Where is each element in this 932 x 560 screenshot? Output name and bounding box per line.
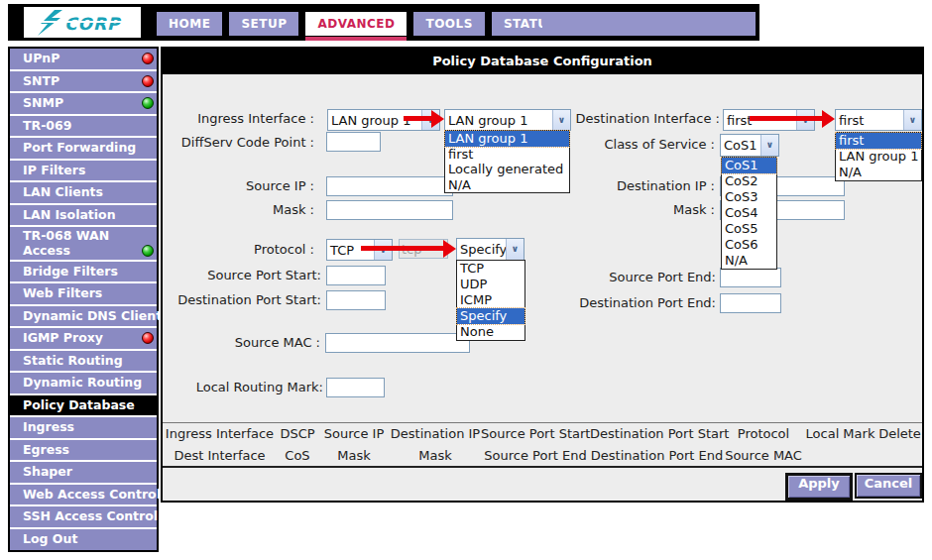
status-dot [142, 75, 154, 87]
dropdown-option[interactable]: UDP [457, 277, 524, 292]
sidebar-item[interactable]: SSH Access Control [10, 506, 157, 529]
diffserv-input[interactable] [326, 132, 381, 152]
source-ip-input[interactable] [326, 176, 453, 196]
table-header-cell: Mask [318, 448, 390, 463]
dropdown-option[interactable]: LAN group 1 [445, 131, 569, 147]
source-port-start-input[interactable] [326, 266, 386, 285]
dropdown-option[interactable]: CoS1 [722, 158, 776, 173]
local-routing-mark-label: Local Routing Mark: [196, 380, 323, 394]
chevron-down-icon[interactable]: ∨ [903, 110, 921, 130]
page-title: Policy Database Configuration [163, 49, 922, 74]
nav-tab[interactable]: SETUP [229, 12, 298, 36]
dropdown-option[interactable]: LAN group 1 [836, 149, 921, 165]
sidebar-item-label: Dynamic Routing [23, 375, 142, 390]
nav-tab[interactable]: ADVANCED [305, 12, 407, 36]
sidebar-item[interactable]: LAN Clients [10, 182, 157, 205]
sidebar-item[interactable]: LAN Isolation [10, 205, 157, 228]
source-mask-input[interactable] [326, 200, 453, 220]
table-header-cell: Source IP [318, 426, 390, 441]
sidebar-item-label: Web Filters [23, 285, 102, 300]
ingress-interface-label: Ingress Interface : [197, 111, 314, 126]
chevron-down-icon[interactable]: ∨ [760, 135, 778, 156]
sidebar-item[interactable]: IGMP Proxy [10, 328, 157, 351]
table-divider-bottom [163, 466, 922, 468]
sidebar-item-label: Dynamic DNS Client [23, 308, 162, 323]
sidebar-item[interactable]: UPnP [10, 49, 157, 71]
status-dot [142, 97, 154, 109]
sidebar-item[interactable]: TR-068 WAN Access [10, 227, 157, 262]
cancel-button[interactable]: Cancel [855, 473, 922, 499]
class-of-service-select-value: CoS1 [721, 138, 760, 153]
destination-interface-label: Destination Interface : [576, 111, 720, 126]
sidebar-item[interactable]: Shaper [10, 462, 157, 485]
sidebar-item[interactable]: Log Out [10, 529, 157, 550]
sidebar-item[interactable]: Dynamic Routing [10, 373, 157, 395]
nav-tab[interactable]: HOME [157, 12, 222, 36]
table-header-cell: Source Port Start [481, 426, 590, 441]
dropdown-option[interactable]: TCP [457, 261, 524, 277]
dropdown-option[interactable]: first [445, 147, 569, 163]
sidebar-item[interactable]: TR-069 [10, 116, 157, 139]
sidebar-item[interactable]: Egress [10, 440, 157, 463]
source-port-end-input[interactable] [720, 268, 781, 287]
table-header-cell: CoS [277, 448, 318, 463]
table-header-cell: Mask [390, 448, 481, 463]
sidebar-item[interactable]: Web Access Control [10, 485, 157, 507]
status-dot [142, 53, 154, 64]
sidebar-item[interactable]: Dynamic DNS Client [10, 306, 157, 329]
protocol-label: Protocol : [254, 242, 314, 257]
sidebar-item[interactable]: SNMP [10, 93, 157, 116]
dropdown-option[interactable]: None [457, 324, 524, 340]
source-mac-input[interactable] [325, 333, 470, 353]
nav-tab[interactable]: TOOLS [413, 12, 484, 36]
ingress-interface-open-combo[interactable]: LAN group 1 ∨ [444, 109, 571, 131]
dest-port-end-label: Destination Port End: [579, 295, 716, 310]
sidebar-item-label: Log Out [23, 531, 77, 546]
sidebar-item[interactable]: SNTP [10, 71, 157, 94]
destination-interface-open-combo[interactable]: first ∨ [835, 109, 922, 131]
destination-interface-dropdown-list: first LAN group 1 N/A [835, 132, 922, 181]
dest-port-start-input[interactable] [326, 290, 386, 310]
ingress-interface-dropdown-list: LAN group 1 first Locally generated N/A [444, 130, 570, 193]
dropdown-option[interactable]: Specify [457, 308, 524, 324]
dropdown-option[interactable]: N/A [445, 177, 569, 193]
sidebar-item-label: SNMP [23, 95, 63, 110]
red-arrow-annotation-ingress [404, 116, 431, 121]
chevron-down-icon[interactable]: ∨ [506, 239, 524, 260]
dropdown-option[interactable]: N/A [722, 253, 776, 269]
status-dot [142, 245, 154, 257]
dropdown-option[interactable]: Locally generated [445, 162, 569, 177]
table-header-row-2: Dest InterfaceCoSMaskMaskSource Port End… [163, 448, 922, 463]
table-header-cell: Destination IP [390, 426, 481, 441]
dropdown-option[interactable]: CoS5 [722, 221, 776, 237]
dest-port-end-input[interactable] [720, 293, 781, 313]
sidebar-item[interactable]: Ingress [10, 417, 157, 440]
sidebar-item-label: Egress [23, 442, 69, 457]
red-arrow-annotation-destination [750, 116, 822, 121]
sidebar-item[interactable]: Web Filters [10, 283, 157, 306]
dropdown-option[interactable]: CoS4 [722, 205, 776, 221]
policy-database-panel: Policy Database Configuration Ingress In… [161, 47, 924, 503]
red-arrow-annotation-protocol [361, 246, 443, 251]
dropdown-option[interactable]: CoS3 [722, 189, 776, 205]
sidebar-item[interactable]: Policy Database [10, 395, 157, 418]
nav-filler-bar [542, 12, 756, 36]
destination-mask-label: Mask : [673, 202, 715, 217]
chevron-down-icon[interactable]: ∨ [552, 110, 570, 130]
protocol-specify-select[interactable]: Specify ∨ [456, 238, 524, 261]
sidebar-item-label: Shaper [23, 464, 72, 479]
sidebar-item-label: LAN Isolation [23, 207, 116, 222]
sidebar-item[interactable]: Static Routing [10, 351, 157, 374]
dest-port-start-label: Destination Port Start: [177, 292, 321, 307]
local-routing-mark-input[interactable] [326, 378, 385, 397]
dropdown-option[interactable]: CoS6 [722, 237, 776, 253]
sidebar-item[interactable]: IP Filters [10, 161, 157, 183]
dropdown-option[interactable]: CoS2 [722, 173, 776, 189]
class-of-service-select[interactable]: CoS1 ∨ [720, 134, 779, 157]
apply-button[interactable]: Apply [785, 473, 853, 501]
sidebar-item[interactable]: Bridge Filters [10, 262, 157, 284]
dropdown-option[interactable]: ICMP [457, 292, 524, 308]
dropdown-option[interactable]: first [836, 133, 921, 149]
sidebar-item[interactable]: Port Forwarding [10, 138, 157, 161]
dropdown-option[interactable]: N/A [836, 165, 921, 180]
